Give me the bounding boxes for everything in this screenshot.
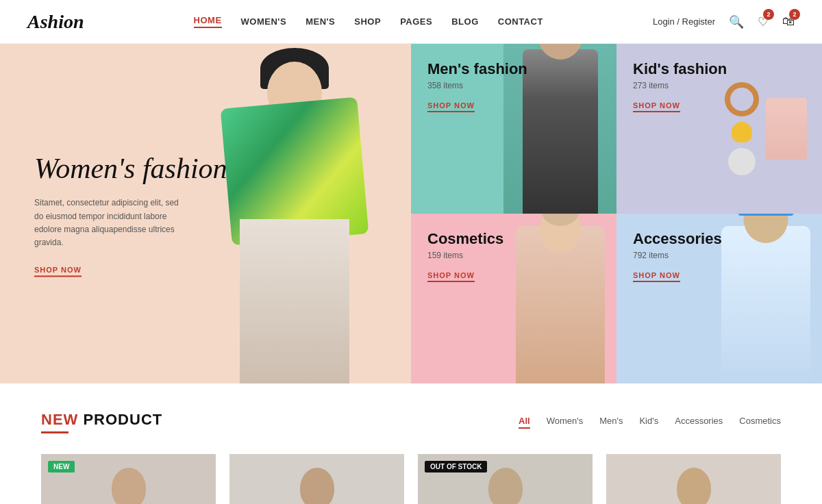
legs-shape — [240, 219, 349, 383]
hero-section: Women's fashion Sitamet, consectetur adi… — [0, 44, 822, 383]
filter-tabs: All Women's Men's Kid's Accessories Cosm… — [519, 416, 781, 429]
wishlist-icon[interactable]: ♡ 2 — [758, 14, 769, 29]
product-card[interactable] — [606, 454, 781, 504]
kids-cta[interactable]: SHOP NOW — [633, 101, 680, 112]
hero-accessories-banner: Accessories 792 items SHOP NOW — [616, 214, 822, 383]
cosmetics-count: 159 items — [427, 251, 600, 260]
cart-badge: 2 — [789, 9, 800, 20]
wishlist-badge: 2 — [763, 9, 774, 20]
logo[interactable]: Ashion — [27, 11, 84, 33]
product-image: NEW — [41, 454, 216, 504]
cart-icon[interactable]: 🛍 2 — [782, 14, 795, 29]
mens-head — [538, 44, 582, 60]
mens-cta[interactable]: SHOP NOW — [427, 101, 475, 112]
mens-title: Men's fashion — [427, 60, 600, 78]
person-head-2 — [300, 468, 334, 504]
section-title-container: NEW PRODUCT — [41, 411, 162, 433]
toy-duck — [732, 122, 752, 142]
hero-mens-banner: Men's fashion 358 items SHOP NOW — [411, 44, 616, 214]
acc-glasses — [738, 214, 793, 216]
product-person-2 — [229, 454, 404, 504]
hero-women-content: Women's fashion Sitamet, consectetur adi… — [34, 151, 227, 275]
main-nav: HOME WOMEN'S MEN'S SHOP PAGES BLOG CONTA… — [194, 15, 543, 28]
cosmetics-cta[interactable]: SHOP NOW — [427, 271, 475, 282]
header: Ashion HOME WOMEN'S MEN'S SHOP PAGES BLO… — [0, 0, 822, 44]
nav-blog[interactable]: BLOG — [451, 16, 479, 27]
search-icon[interactable]: 🔍 — [729, 14, 744, 29]
product-grid: NEW OUT OF STOCK — [41, 454, 781, 504]
nav-contact[interactable]: CONTACT — [498, 16, 543, 27]
toy-round — [728, 148, 756, 175]
product-card[interactable]: OUT OF STOCK — [418, 454, 593, 504]
header-right: Login / Register 🔍 ♡ 2 🛍 2 — [653, 14, 795, 29]
new-product-section: NEW PRODUCT All Women's Men's Kid's Acce… — [0, 383, 822, 504]
kids-count: 273 items — [633, 81, 806, 90]
person-head-1 — [112, 468, 146, 504]
hero-women-desc: Sitamet, consectetur adipiscing elit, se… — [34, 197, 185, 250]
product-image: OUT OF STOCK — [418, 454, 593, 504]
accessories-cta[interactable]: SHOP NOW — [633, 271, 680, 282]
product-badge-new: NEW — [48, 461, 75, 473]
login-register-link[interactable]: Login / Register — [653, 16, 715, 27]
person-head-4 — [677, 468, 711, 504]
title-highlight: NEW — [41, 411, 78, 428]
filter-mens[interactable]: Men's — [599, 416, 623, 429]
product-badge-out: OUT OF STOCK — [425, 461, 487, 473]
cosmetics-title: Cosmetics — [427, 230, 600, 248]
hero-women-cta[interactable]: SHOP NOW — [34, 266, 82, 277]
nav-mens[interactable]: MEN'S — [306, 16, 335, 27]
accessories-count: 792 items — [633, 251, 806, 260]
hero-women-title: Women's fashion — [34, 151, 227, 186]
mens-count: 358 items — [427, 81, 600, 90]
product-person-4 — [606, 454, 781, 504]
accessories-title: Accessories — [633, 230, 806, 248]
nav-pages[interactable]: PAGES — [400, 16, 432, 27]
filter-womens[interactable]: Women's — [547, 416, 584, 429]
product-card[interactable]: NEW — [41, 454, 216, 504]
section-header: NEW PRODUCT All Women's Men's Kid's Acce… — [41, 411, 781, 433]
filter-accessories[interactable]: Accessories — [675, 416, 723, 429]
product-card[interactable] — [229, 454, 404, 504]
filter-all[interactable]: All — [519, 416, 530, 429]
title-rest: PRODUCT — [78, 411, 162, 428]
nav-home[interactable]: HOME — [194, 15, 222, 28]
hero-cosmetics-banner: Cosmetics 159 items SHOP NOW — [411, 214, 616, 383]
filter-kids[interactable]: Kid's — [639, 416, 658, 429]
product-image — [606, 454, 781, 504]
hero-kids-banner: Kid's fashion 273 items SHOP NOW — [616, 44, 822, 214]
filter-cosmetics[interactable]: Cosmetics — [739, 416, 781, 429]
section-title: NEW PRODUCT — [41, 411, 162, 429]
title-underline — [41, 431, 68, 433]
nav-womens[interactable]: WOMEN'S — [241, 16, 287, 27]
product-image — [229, 454, 404, 504]
hero-women-banner: Women's fashion Sitamet, consectetur adi… — [0, 44, 411, 383]
person-head-3 — [488, 468, 523, 504]
nav-shop[interactable]: SHOP — [354, 16, 381, 27]
kids-title: Kid's fashion — [633, 60, 806, 78]
